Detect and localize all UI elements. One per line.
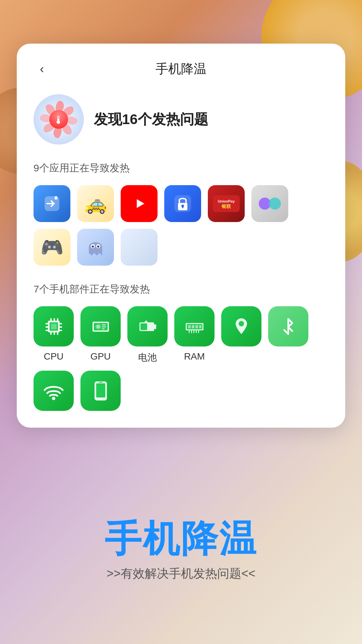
svg-point-56: [239, 321, 244, 326]
wifi-svg: [42, 382, 65, 400]
svg-rect-47: [188, 325, 191, 328]
bottom-section: 手机降温 >>有效解决手机发热问题<<: [0, 456, 362, 644]
svg-rect-61: [99, 382, 103, 383]
cpu-label: CPU: [44, 351, 63, 362]
gpu-component[interactable]: GPU: [80, 306, 121, 364]
svg-rect-29: [46, 330, 48, 331]
placeholder-app-icon[interactable]: [121, 229, 158, 266]
svg-rect-49: [195, 325, 198, 328]
heat-section: 🌡 发现16个发热问题: [34, 94, 328, 145]
battery-label: 电池: [138, 351, 157, 364]
migrate-app-icon[interactable]: [34, 185, 70, 222]
unionpay-app-icon[interactable]: UnionPay 银联: [208, 185, 245, 222]
ram-icon: [174, 306, 215, 346]
svg-rect-22: [54, 318, 55, 321]
svg-point-57: [52, 397, 55, 400]
svg-rect-53: [193, 330, 194, 333]
screen-icon: [80, 371, 121, 411]
gpu-label: GPU: [90, 351, 111, 362]
svg-text:UnionPay: UnionPay: [218, 199, 235, 203]
svg-rect-27: [46, 323, 48, 324]
apps-grid: 🚕 UnionPay 银联: [34, 185, 328, 266]
svg-rect-21: [50, 318, 52, 321]
big-title: 手机降温: [105, 518, 257, 559]
circles-app-icon[interactable]: [251, 185, 288, 222]
cpu-component[interactable]: CPU: [34, 306, 74, 364]
ghost-svg: [85, 235, 106, 259]
gpu-svg: [90, 316, 112, 337]
svg-rect-41: [154, 324, 156, 329]
svg-rect-48: [192, 325, 194, 328]
youtube-svg: [128, 195, 150, 212]
components-grid: CPU GPU: [34, 306, 328, 411]
svg-rect-51: [189, 330, 190, 333]
components-section: 7个手机部件正在导致发热: [34, 282, 328, 411]
svg-rect-2: [55, 196, 57, 199]
gpu-icon: [80, 306, 121, 346]
svg-rect-50: [199, 325, 201, 328]
migrate-svg: [42, 194, 62, 214]
svg-rect-23: [57, 318, 58, 321]
taxi-emoji: 🚕: [84, 193, 107, 215]
bluetooth-svg: [282, 316, 295, 337]
svg-rect-44: [144, 321, 148, 323]
heat-issues-text: 发现16个发热问题: [94, 110, 208, 129]
wifi-icon: [34, 371, 74, 411]
lock-app-icon[interactable]: [164, 185, 201, 222]
unionpay-svg: UnionPay 银联: [213, 195, 240, 212]
youtube-app-icon[interactable]: [121, 185, 158, 222]
wifi-component[interactable]: [34, 371, 74, 411]
location-component[interactable]: [221, 306, 261, 364]
fan-blades-svg: 🌡: [34, 94, 84, 145]
page-title: 手机降温: [156, 60, 206, 77]
svg-rect-24: [50, 332, 52, 335]
back-icon: ‹: [40, 62, 44, 76]
svg-text:🌡: 🌡: [53, 114, 64, 126]
svg-rect-37: [102, 324, 106, 325]
taxi-app-icon[interactable]: 🚕: [77, 185, 114, 222]
circles-svg: [258, 197, 282, 210]
fan-icon: 🌡: [34, 94, 84, 145]
fan-background: 🌡: [34, 94, 84, 145]
svg-point-16: [92, 246, 94, 248]
svg-rect-54: [196, 330, 197, 333]
ram-svg: [184, 316, 205, 337]
gamepad-emoji: 🎮: [41, 236, 64, 258]
lock-svg: [173, 194, 193, 214]
screen-component[interactable]: [80, 371, 121, 411]
svg-rect-8: [182, 206, 183, 208]
svg-rect-28: [46, 326, 48, 328]
svg-rect-26: [57, 332, 58, 335]
svg-text:银联: 银联: [221, 204, 231, 209]
back-button[interactable]: ‹: [34, 61, 50, 77]
battery-svg: [137, 316, 159, 337]
svg-point-17: [97, 246, 99, 248]
ram-component[interactable]: RAM: [174, 306, 215, 364]
components-section-label: 7个手机部件正在导致发热: [34, 282, 328, 296]
bluetooth-icon: [268, 306, 308, 346]
svg-rect-25: [54, 332, 55, 335]
location-svg: [232, 316, 251, 337]
bluetooth-component[interactable]: [268, 306, 308, 364]
gamepad-app-icon[interactable]: 🎮: [34, 229, 70, 266]
main-card: ‹ 手机降温: [17, 44, 345, 428]
svg-point-13: [269, 198, 281, 210]
battery-icon: [127, 306, 168, 346]
svg-rect-55: [198, 330, 199, 333]
svg-rect-42: [140, 323, 147, 330]
svg-rect-39: [102, 328, 105, 329]
svg-rect-60: [99, 399, 103, 400]
apps-section-label: 9个应用正在导致发热: [34, 161, 328, 175]
ghost-app-icon[interactable]: [77, 229, 114, 266]
battery-component[interactable]: 电池: [127, 306, 168, 364]
card-header: ‹ 手机降温: [34, 60, 328, 77]
svg-rect-20: [51, 324, 57, 329]
location-icon: [221, 306, 261, 346]
cpu-svg: [43, 316, 65, 337]
subtitle: >>有效解决手机发热问题<<: [107, 566, 255, 582]
svg-rect-59: [96, 383, 105, 397]
svg-rect-30: [59, 323, 62, 324]
svg-rect-31: [59, 326, 62, 328]
svg-rect-52: [191, 330, 192, 333]
screen-svg: [93, 380, 108, 402]
